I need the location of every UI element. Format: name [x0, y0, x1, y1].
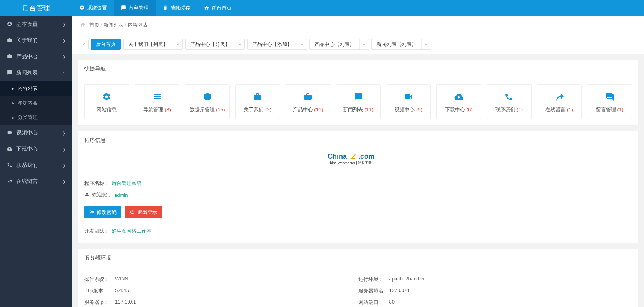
quicknav-icon: [86, 91, 127, 102]
quicknav-card[interactable]: 关于我们 (2): [235, 84, 280, 119]
quicknav-count: (2): [265, 107, 271, 112]
tab-label: 产品中心【列表】: [310, 41, 359, 48]
quicknav-card[interactable]: 留言管理 (1): [587, 84, 632, 119]
program-name-link[interactable]: 后台管理系统: [112, 180, 142, 187]
svg-text:.com: .com: [358, 153, 375, 160]
sidebar-item[interactable]: 下载中心❯: [0, 141, 72, 157]
quicknav-icon: [438, 91, 479, 102]
breadcrumb-item[interactable]: 首页: [89, 22, 99, 28]
env-row: 操作系统：WINNT: [84, 273, 358, 285]
quicknav-count: (8): [165, 107, 171, 112]
quicknav-label: 留言管理 (1): [589, 106, 630, 113]
sidebar-icon: [7, 54, 12, 60]
key-icon: [89, 209, 94, 216]
svg-text:Z: Z: [351, 153, 356, 160]
quicknav-count: (11): [314, 107, 323, 112]
sidebar-item[interactable]: 基本设置❯: [0, 16, 72, 32]
nav-icon: [162, 5, 168, 12]
svg-text:China Webmaster | 站长下载: China Webmaster | 站长下载: [328, 161, 372, 165]
sidebar-item[interactable]: 产品中心❯: [0, 49, 72, 65]
sidebar-sub-item[interactable]: 添加内容: [0, 96, 72, 110]
breadcrumb: 首页 / 新闻列表 / 内容列表: [72, 16, 644, 34]
tab-close-icon[interactable]: ×: [173, 39, 182, 49]
tab[interactable]: 新闻列表【列表】×: [371, 39, 431, 50]
topnav-item[interactable]: 前台首页: [197, 0, 239, 16]
env-key: 网站端口：: [358, 299, 389, 306]
sidebar-item[interactable]: 新闻列表﹀: [0, 65, 72, 81]
tab[interactable]: 产品中心【添加】×: [247, 39, 307, 50]
breadcrumb-item[interactable]: 新闻列表: [104, 22, 124, 28]
power-icon: [130, 209, 135, 216]
quicknav-count: (1): [517, 107, 523, 112]
tab[interactable]: 产品中心【分类】×: [185, 39, 245, 50]
tab[interactable]: 后台首页: [91, 39, 121, 50]
topnav-item[interactable]: 系统设置: [72, 0, 114, 16]
quicknav-card[interactable]: 联系我们 (1): [487, 84, 532, 119]
tab-label: 关于我们【列表】: [124, 41, 173, 48]
sidebar-item[interactable]: 关于我们❯: [0, 32, 72, 49]
chevron-icon: ❯: [62, 55, 65, 59]
tab-close-icon[interactable]: ×: [359, 39, 369, 49]
env-row: 运行环境：apache2handler: [358, 273, 632, 285]
quicknav-icon: [137, 91, 178, 102]
sidebar-label: 产品中心: [16, 53, 38, 60]
env-row: 服务器Ip：127.0.0.1: [84, 297, 358, 307]
main: 首页 / 新闻列表 / 内容列表 < 后台首页关于我们【列表】×产品中心【分类】…: [72, 16, 644, 307]
env-key: Php版本：: [84, 287, 115, 294]
quicknav-icon: [488, 91, 530, 102]
quicknav-count: (15): [216, 107, 225, 112]
sidebar-item[interactable]: 联系我们❯: [0, 157, 72, 173]
nav-label: 前台首页: [212, 5, 232, 12]
quicknav-label: 在线留言 (1): [539, 106, 580, 113]
sidebar-label: 视频中心: [16, 129, 38, 136]
sidebar-icon: [7, 162, 12, 169]
sidebar-sub-item[interactable]: 内容列表: [0, 81, 72, 96]
dev-team-link[interactable]: 好生意网络工作室: [112, 228, 152, 235]
tab-close-icon[interactable]: ×: [421, 39, 431, 49]
quicknav-card[interactable]: 产品中心 (11): [286, 84, 331, 119]
change-password-button[interactable]: 修改密码: [84, 206, 121, 218]
tab-label: 后台首页: [91, 41, 120, 48]
breadcrumb-item[interactable]: 内容列表: [128, 22, 148, 28]
quicknav-section: 快捷导航 网站信息 导航管理 (8)数据库管理 (15)关于我们 (2)产品中心…: [78, 60, 639, 126]
quicknav-card[interactable]: 新闻列表 (11): [336, 84, 381, 119]
env-value: 5.4.45: [115, 287, 129, 294]
sidebar-item[interactable]: 视频中心❯: [0, 125, 72, 141]
section-title: 程序信息: [78, 131, 638, 149]
chevron-icon: ❯: [62, 131, 65, 135]
top-nav: 系统设置内容管理清除缓存前台首页: [72, 0, 239, 16]
button-label: 退出登录: [137, 209, 157, 216]
tabs-prev[interactable]: <: [80, 40, 89, 49]
logout-button[interactable]: 退出登录: [125, 206, 162, 218]
quicknav-card[interactable]: 视频中心 (6): [386, 84, 431, 119]
chevron-icon: ❯: [62, 163, 65, 168]
sidebar-sub-item[interactable]: 分类管理: [0, 110, 72, 125]
tab[interactable]: 产品中心【列表】×: [309, 39, 369, 50]
quicknav-card[interactable]: 在线留言 (1): [537, 84, 582, 119]
quicknav-card[interactable]: 数据库管理 (15): [185, 84, 230, 119]
sidebar-label: 在线留言: [16, 178, 38, 185]
topnav-item[interactable]: 内容管理: [114, 0, 156, 16]
quicknav-card[interactable]: 导航管理 (8): [135, 84, 180, 119]
sidebar-icon: [7, 146, 12, 153]
topnav-item[interactable]: 清除缓存: [156, 0, 197, 16]
quicknav-icon: [388, 91, 429, 102]
tab-label: 产品中心【分类】: [186, 41, 235, 48]
quicknav-card[interactable]: 下载中心 (6): [436, 84, 481, 119]
header: 后台管理 系统设置内容管理清除缓存前台首页: [0, 0, 644, 16]
nav-icon: [79, 5, 85, 12]
sidebar-label: 基本设置: [16, 21, 38, 28]
quicknav-grid: 网站信息 导航管理 (8)数据库管理 (15)关于我们 (2)产品中心 (11)…: [84, 84, 632, 119]
welcome-user-link[interactable]: admin: [114, 192, 128, 198]
tab[interactable]: 关于我们【列表】×: [123, 39, 183, 50]
quicknav-label: 联系我们 (1): [488, 106, 530, 113]
tab-close-icon[interactable]: ×: [297, 39, 306, 49]
env-key: 操作系统：: [84, 276, 115, 283]
quicknav-label: 下载中心 (6): [438, 106, 479, 113]
tab-close-icon[interactable]: ×: [235, 39, 244, 49]
nav-label: 系统设置: [87, 5, 107, 12]
quicknav-count: (11): [365, 107, 373, 112]
sidebar-item[interactable]: 在线留言❯: [0, 173, 72, 190]
sidebar-icon: [7, 70, 12, 76]
quicknav-card[interactable]: 网站信息: [84, 84, 129, 119]
